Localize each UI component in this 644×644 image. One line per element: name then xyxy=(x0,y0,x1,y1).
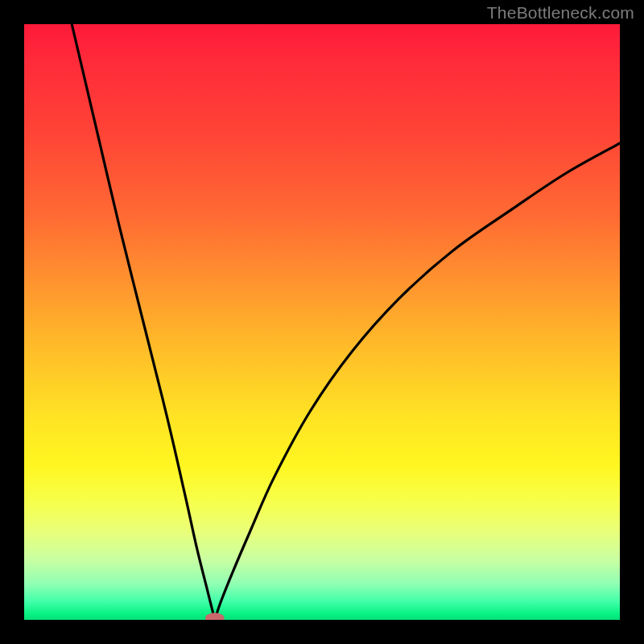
chart-svg xyxy=(24,24,620,620)
vertex-marker xyxy=(205,613,225,620)
curve-right-branch xyxy=(215,143,620,620)
attribution-text: TheBottleneck.com xyxy=(487,3,634,23)
chart-frame: TheBottleneck.com xyxy=(0,0,644,644)
curve-left-branch xyxy=(72,24,215,620)
plot-area xyxy=(24,24,620,620)
